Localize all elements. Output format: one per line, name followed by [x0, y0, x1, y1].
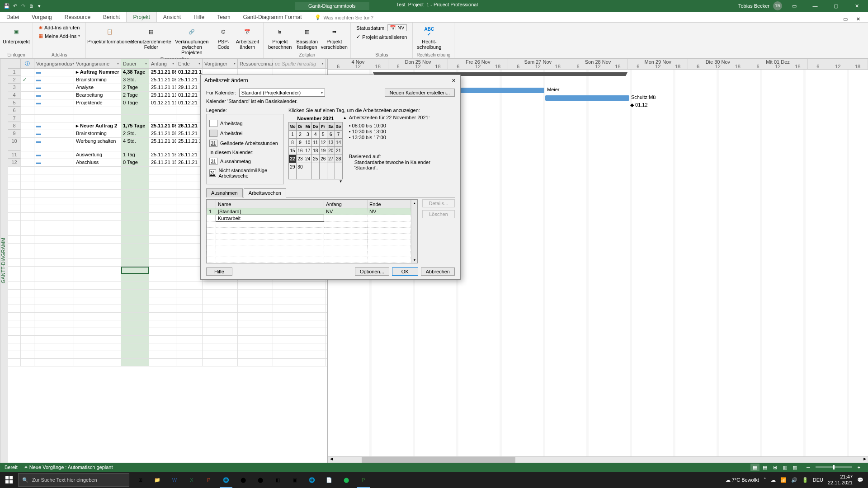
- empty-row[interactable]: [8, 343, 327, 351]
- verknuepfung-button[interactable]: 🔗Verknüpfungen zwischen Projekten: [172, 23, 212, 56]
- header-ende[interactable]: Ende▾: [176, 59, 203, 68]
- calendar-day[interactable]: 29: [289, 163, 297, 171]
- weather-widget[interactable]: ☁ 7°C Bewölkt: [726, 477, 759, 483]
- empty-row[interactable]: [8, 313, 327, 320]
- arbeitszeit-button[interactable]: 📅Arbeitszeit ändern: [235, 23, 259, 51]
- basisplan-button[interactable]: ▥Basisplan festlegen: [294, 23, 320, 51]
- horizontal-scrollbar[interactable]: ◀ ▶: [328, 456, 868, 463]
- ribbon-close-icon[interactable]: ✕: [852, 16, 864, 22]
- tab-datei[interactable]: Datei: [0, 12, 25, 22]
- save-icon[interactable]: 💾: [4, 3, 10, 9]
- calendar-day[interactable]: 12: [320, 139, 327, 147]
- view-gantt-icon[interactable]: ▦: [750, 464, 760, 471]
- calendar-day[interactable]: 6: [327, 131, 335, 139]
- tray-chevron-icon[interactable]: ˄: [764, 477, 766, 483]
- empty-row[interactable]: [8, 328, 327, 336]
- addins-abrufen-button[interactable]: ⊞Add-Ins abrufen: [37, 23, 82, 31]
- empty-row[interactable]: [8, 351, 327, 359]
- unterprojekt-button[interactable]: ▣ Unterprojekt: [4, 23, 29, 45]
- gantt-task-bar[interactable]: [545, 95, 629, 101]
- dialog-close-button[interactable]: ✕: [447, 75, 460, 86]
- header-mode[interactable]: Vorgangsmodus▾: [34, 59, 74, 68]
- calendar-day[interactable]: 19: [320, 147, 327, 155]
- statusdatum-field[interactable]: Statusdatum: 📅 NV: [354, 23, 409, 32]
- timeline-day[interactable]: Mon 29 Nov61218: [628, 59, 688, 69]
- timeline-day[interactable]: Don 25 Nov61218: [388, 59, 448, 69]
- calendar-day[interactable]: 3: [304, 131, 312, 139]
- header-ressource[interactable]: Ressourcennam: [238, 59, 273, 68]
- verschieben-button[interactable]: ➡Projekt verschieben: [321, 23, 347, 51]
- qat-customize-icon[interactable]: ▾: [36, 3, 42, 9]
- app-icon[interactable]: ◧: [269, 472, 286, 488]
- table-scrollbar[interactable]: ▴ ▾: [411, 200, 417, 263]
- redo-icon[interactable]: ↷: [20, 3, 26, 9]
- undo-icon[interactable]: ↶: [12, 3, 18, 9]
- benutzerdef-button[interactable]: ▤Benutzerdefinierte Felder: [132, 23, 170, 51]
- calendar-day[interactable]: 2: [297, 131, 304, 139]
- language-indicator[interactable]: DEU: [813, 477, 823, 483]
- calendar-day[interactable]: 9: [297, 139, 304, 147]
- calendar-day[interactable]: 4: [312, 131, 320, 139]
- neuer-kalender-button[interactable]: Neuen Kalender erstellen...: [385, 89, 455, 97]
- calendar-day[interactable]: 18: [312, 147, 320, 155]
- ribbon-share-icon[interactable]: ▭: [839, 16, 852, 22]
- tab-bericht[interactable]: Bericht: [97, 12, 126, 22]
- projektinfo-button[interactable]: 📋Projektinformationen: [90, 23, 130, 45]
- details-button[interactable]: Details...: [422, 199, 455, 207]
- tab-ressource[interactable]: Ressource: [58, 12, 97, 22]
- obs-icon[interactable]: ⬤: [252, 472, 269, 488]
- view-network-icon[interactable]: ⊞: [770, 464, 779, 471]
- close-button[interactable]: ✕: [848, 0, 865, 12]
- zoom-in-icon[interactable]: +: [854, 464, 863, 471]
- calendar-day[interactable]: 11: [312, 139, 320, 147]
- header-anfang[interactable]: Anfang▾: [149, 59, 176, 68]
- app-icon[interactable]: 🌐: [304, 472, 320, 488]
- taskbar-search[interactable]: 🔍Zur Suche Text hier eingeben: [18, 473, 129, 487]
- calendar-day[interactable]: 8: [289, 139, 297, 147]
- calendar-day[interactable]: 26: [320, 155, 327, 163]
- status-schedule-mode[interactable]: ✴ Neue Vorgänge : Automatisch geplant: [24, 465, 113, 470]
- calendar-day[interactable]: 27: [327, 155, 335, 163]
- timeline-day[interactable]: Son 28 Nov61218: [568, 59, 628, 69]
- wifi-icon[interactable]: 📶: [780, 477, 787, 483]
- clock[interactable]: 21:4722.11.2021: [828, 474, 853, 486]
- tab-hilfe[interactable]: Hilfe: [187, 12, 211, 22]
- calendar-day[interactable]: 15: [289, 147, 297, 155]
- empty-row[interactable]: [8, 320, 327, 328]
- tell-me-search[interactable]: 💡 Was möchten Sie tun?: [308, 13, 839, 22]
- minimize-button[interactable]: —: [807, 0, 824, 12]
- spotify-icon[interactable]: ⬤: [338, 472, 354, 488]
- header-add-column[interactable]: ue Spalte hinzufüg▾: [273, 59, 326, 68]
- calendar-day[interactable]: 30: [297, 163, 304, 171]
- psp-button[interactable]: ⌬PSP-Code: [213, 23, 233, 51]
- explorer-icon[interactable]: 📁: [149, 472, 165, 488]
- calendar-day[interactable]: 24: [304, 155, 312, 163]
- cal-scroll-down-icon[interactable]: ▼: [288, 179, 343, 183]
- battery-icon[interactable]: 🔋: [802, 477, 808, 483]
- tab-format[interactable]: Gantt-Diagramm Format: [237, 12, 308, 22]
- notepad-icon[interactable]: 📄: [321, 472, 337, 488]
- timeline-day[interactable]: Fre 26 Nov61218: [448, 59, 508, 69]
- view-usage-icon[interactable]: ▤: [760, 464, 769, 471]
- hilfe-button[interactable]: Hilfe: [206, 267, 232, 276]
- calendar-day[interactable]: 1: [289, 131, 297, 139]
- cal-next-icon[interactable]: ▲: [343, 116, 347, 120]
- calendar-day[interactable]: 22: [289, 155, 297, 163]
- empty-row[interactable]: [8, 305, 327, 313]
- user-name[interactable]: Tobias Becker: [738, 3, 769, 9]
- empty-row[interactable]: [8, 290, 327, 297]
- user-avatar[interactable]: TB: [773, 1, 782, 10]
- zoom-slider[interactable]: [816, 466, 852, 468]
- header-info[interactable]: ⓘ: [21, 59, 34, 68]
- tab-arbeitswochen[interactable]: Arbeitswochen: [244, 188, 286, 197]
- gantt-sidebar-label[interactable]: GANTT-DIAGRAMM: [0, 59, 8, 463]
- calendar-day[interactable]: 23: [297, 155, 304, 163]
- calendar-day[interactable]: 20: [327, 147, 335, 155]
- view-resource-icon[interactable]: ▨: [790, 464, 799, 471]
- ribbon-collapse-icon[interactable]: ▭: [786, 0, 803, 12]
- excel-icon[interactable]: X: [184, 472, 200, 488]
- calendar-day[interactable]: 28: [335, 155, 343, 163]
- calendar-day[interactable]: 17: [304, 147, 312, 155]
- task-view-icon[interactable]: ⊞: [132, 472, 148, 488]
- chrome-icon[interactable]: ⬤: [235, 472, 251, 488]
